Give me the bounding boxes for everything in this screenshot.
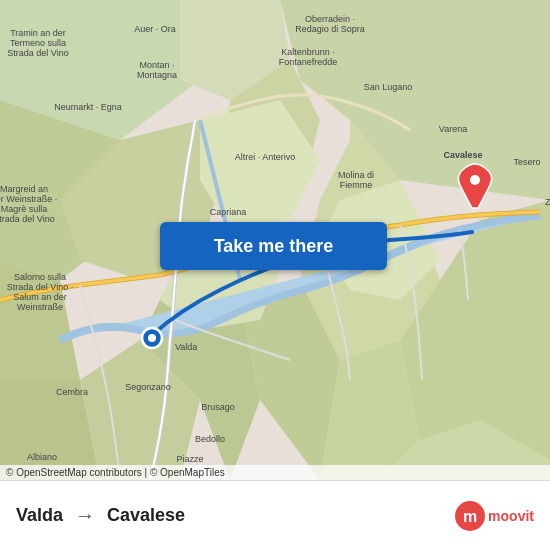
svg-text:Varena: Varena — [439, 124, 467, 134]
moovit-icon: m — [454, 500, 486, 532]
svg-text:Auer · Ora: Auer · Ora — [134, 24, 176, 34]
svg-text:Fiemme: Fiemme — [340, 180, 373, 190]
svg-text:Valda: Valda — [175, 342, 197, 352]
svg-text:Margreid an: Margreid an — [0, 184, 48, 194]
svg-text:Cavalese: Cavalese — [443, 150, 482, 160]
svg-text:Montagna: Montagna — [137, 70, 177, 80]
svg-point-20 — [148, 334, 156, 342]
svg-text:Cembra: Cembra — [56, 387, 88, 397]
svg-text:der Weinstraße ·: der Weinstraße · — [0, 194, 57, 204]
svg-text:Redagio di Sopra: Redagio di Sopra — [295, 24, 365, 34]
svg-text:Molina di: Molina di — [338, 170, 374, 180]
svg-text:Segonzano: Segonzano — [125, 382, 171, 392]
moovit-brand-text: moovit — [488, 508, 534, 524]
svg-text:Neumarkt · Egna: Neumarkt · Egna — [54, 102, 122, 112]
svg-text:Strada del Vino ·: Strada del Vino · — [7, 282, 73, 292]
svg-text:Zia: Zia — [545, 197, 550, 207]
take-me-there-button[interactable]: Take me there — [160, 222, 387, 270]
svg-text:San Lugano: San Lugano — [364, 82, 413, 92]
svg-text:Fontanefredde: Fontanefredde — [279, 57, 338, 67]
svg-text:Brusago: Brusago — [201, 402, 235, 412]
svg-text:Kaltenbrunn ·: Kaltenbrunn · — [281, 47, 335, 57]
svg-text:Tramin an der: Tramin an der — [10, 28, 66, 38]
svg-text:Capriana: Capriana — [210, 207, 247, 217]
svg-text:m: m — [463, 508, 477, 525]
attribution-text: © OpenStreetMap contributors | © OpenMap… — [6, 467, 225, 478]
svg-text:Termeno sulla: Termeno sulla — [10, 38, 66, 48]
svg-text:Strada del Vino: Strada del Vino — [7, 48, 68, 58]
map-container: Tramin an der Termeno sulla Strada del V… — [0, 0, 550, 480]
svg-text:Salum an der: Salum an der — [13, 292, 67, 302]
svg-text:Tesero: Tesero — [513, 157, 540, 167]
svg-text:Altrei · Anterivo: Altrei · Anterivo — [235, 152, 296, 162]
svg-text:Piazze: Piazze — [176, 454, 203, 464]
map-attribution: © OpenStreetMap contributors | © OpenMap… — [0, 465, 550, 480]
svg-text:Oberradein ·: Oberradein · — [305, 14, 355, 24]
svg-text:Bedollo: Bedollo — [195, 434, 225, 444]
svg-text:Magrè sulla: Magrè sulla — [1, 204, 48, 214]
footer-bar: Valda → Cavalese m moovit — [0, 480, 550, 550]
direction-arrow: → — [75, 504, 95, 527]
svg-text:Montan ·: Montan · — [139, 60, 174, 70]
svg-point-21 — [470, 175, 480, 185]
svg-text:Weinstraße: Weinstraße — [17, 302, 63, 312]
svg-text:Albiano: Albiano — [27, 452, 57, 462]
origin-label: Valda — [16, 505, 63, 526]
svg-text:Strada del Vino: Strada del Vino — [0, 214, 55, 224]
moovit-logo: m moovit — [454, 500, 534, 532]
svg-text:Salorno sulla: Salorno sulla — [14, 272, 66, 282]
destination-label: Cavalese — [107, 505, 185, 526]
